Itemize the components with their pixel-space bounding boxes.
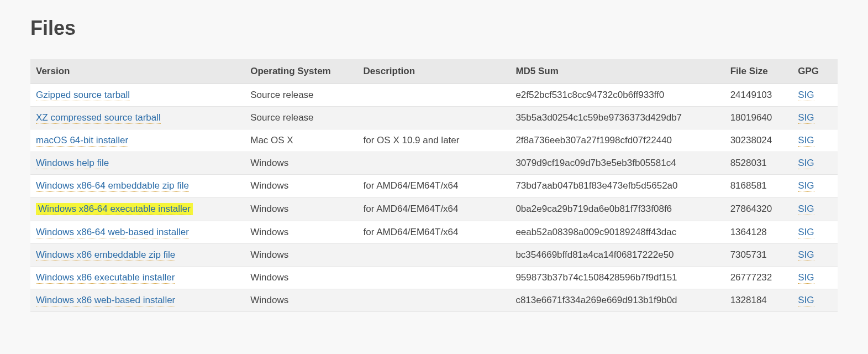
cell-size: 1364128 (725, 221, 793, 244)
cell-gpg: SIG (792, 244, 838, 267)
cell-description: for AMD64/EM64T/x64 (358, 197, 511, 221)
sig-link[interactable]: SIG (798, 112, 814, 124)
version-link[interactable]: Windows x86 embeddable zip file (36, 249, 175, 261)
cell-md5: bc354669bffd81a4ca14f06817222e50 (510, 244, 724, 267)
version-link[interactable]: macOS 64-bit installer (36, 135, 128, 147)
cell-description: for AMD64/EM64T/x64 (358, 221, 511, 244)
cell-gpg: SIG (792, 267, 838, 289)
cell-description (358, 152, 511, 175)
cell-md5: 3079d9cf19ac09d7b3e5eb3fb05581c4 (510, 152, 724, 175)
version-link[interactable]: Gzipped source tarball (36, 90, 130, 101)
cell-gpg: SIG (792, 107, 838, 129)
cell-size: 1328184 (725, 289, 793, 312)
sig-link[interactable]: SIG (798, 227, 814, 238)
cell-md5: eeab52a08398a009c90189248ff43dac (510, 221, 724, 244)
cell-description (358, 289, 511, 312)
files-table: Version Operating System Description MD5… (30, 59, 838, 312)
cell-description (358, 244, 511, 267)
header-size: File Size (725, 59, 793, 84)
cell-version: macOS 64-bit installer (30, 129, 245, 152)
cell-md5: 959873b37b74c1508428596b7f9df151 (510, 267, 724, 289)
table-row: Windows x86-64 executable installerWindo… (30, 197, 838, 221)
cell-version: Windows x86-64 executable installer (30, 197, 245, 221)
header-os: Operating System (245, 59, 357, 84)
cell-os: Windows (245, 197, 357, 221)
header-description: Description (358, 59, 511, 84)
cell-version: Windows x86 embeddable zip file (30, 244, 245, 267)
sig-link[interactable]: SIG (798, 158, 814, 169)
version-link[interactable]: Windows x86 executable installer (36, 272, 175, 284)
cell-os: Mac OS X (245, 129, 357, 152)
cell-gpg: SIG (792, 175, 838, 197)
table-row: Windows help fileWindows3079d9cf19ac09d7… (30, 152, 838, 175)
cell-md5: e2f52bcf531c8cc94732c0b6ff933ff0 (510, 84, 724, 107)
table-row: Windows x86 embeddable zip fileWindowsbc… (30, 244, 838, 267)
cell-version: XZ compressed source tarball (30, 107, 245, 129)
version-link[interactable]: Windows help file (36, 158, 109, 169)
cell-description: for AMD64/EM64T/x64 (358, 175, 511, 197)
sig-link[interactable]: SIG (798, 249, 814, 261)
table-header-row: Version Operating System Description MD5… (30, 59, 838, 84)
table-row: Gzipped source tarballSource releasee2f5… (30, 84, 838, 107)
sig-link[interactable]: SIG (798, 295, 814, 306)
cell-md5: 73bd7aab047b81f83e473efb5d5652a0 (510, 175, 724, 197)
table-row: XZ compressed source tarballSource relea… (30, 107, 838, 129)
cell-os: Source release (245, 107, 357, 129)
cell-gpg: SIG (792, 197, 838, 221)
cell-os: Source release (245, 84, 357, 107)
cell-size: 8528031 (725, 152, 793, 175)
cell-version: Windows help file (30, 152, 245, 175)
cell-gpg: SIG (792, 221, 838, 244)
cell-os: Windows (245, 289, 357, 312)
cell-size: 8168581 (725, 175, 793, 197)
sig-link[interactable]: SIG (798, 90, 814, 101)
header-gpg: GPG (792, 59, 838, 84)
sig-link[interactable]: SIG (798, 272, 814, 284)
version-link[interactable]: Windows x86-64 executable installer (38, 204, 191, 215)
cell-gpg: SIG (792, 84, 838, 107)
cell-version: Gzipped source tarball (30, 84, 245, 107)
cell-size: 18019640 (725, 107, 793, 129)
cell-version: Windows x86 web-based installer (30, 289, 245, 312)
cell-os: Windows (245, 152, 357, 175)
cell-description (358, 107, 511, 129)
header-version: Version (30, 59, 245, 84)
table-row: Windows x86-64 embeddable zip fileWindow… (30, 175, 838, 197)
cell-size: 24149103 (725, 84, 793, 107)
cell-size: 27864320 (725, 197, 793, 221)
cell-os: Windows (245, 244, 357, 267)
cell-size: 26777232 (725, 267, 793, 289)
version-link[interactable]: XZ compressed source tarball (36, 112, 161, 124)
cell-description (358, 84, 511, 107)
version-link[interactable]: Windows x86-64 web-based installer (36, 227, 189, 238)
header-md5: MD5 Sum (510, 59, 724, 84)
page-title: Files (30, 17, 838, 40)
cell-os: Windows (245, 175, 357, 197)
cell-description (358, 267, 511, 289)
table-row: Windows x86-64 web-based installerWindow… (30, 221, 838, 244)
cell-gpg: SIG (792, 289, 838, 312)
version-link[interactable]: Windows x86 web-based installer (36, 295, 175, 306)
cell-size: 7305731 (725, 244, 793, 267)
sig-link[interactable]: SIG (798, 135, 814, 147)
table-row: Windows x86 executable installerWindows9… (30, 267, 838, 289)
cell-version: Windows x86-64 embeddable zip file (30, 175, 245, 197)
cell-gpg: SIG (792, 129, 838, 152)
cell-version: Windows x86-64 web-based installer (30, 221, 245, 244)
version-link[interactable]: Windows x86-64 embeddable zip file (36, 180, 189, 192)
cell-gpg: SIG (792, 152, 838, 175)
cell-md5: 35b5a3d0254c1c59be9736373d429db7 (510, 107, 724, 129)
sig-link[interactable]: SIG (798, 180, 814, 192)
cell-version: Windows x86 executable installer (30, 267, 245, 289)
cell-os: Windows (245, 267, 357, 289)
sig-link[interactable]: SIG (798, 204, 814, 215)
cell-size: 30238024 (725, 129, 793, 152)
cell-md5: c813e6671f334a269e669d913b1f9b0d (510, 289, 724, 312)
table-row: Windows x86 web-based installerWindowsc8… (30, 289, 838, 312)
table-row: macOS 64-bit installerMac OS Xfor OS X 1… (30, 129, 838, 152)
cell-md5: 2f8a736eeb307a27f1998cfd07f22440 (510, 129, 724, 152)
cell-md5: 0ba2e9ca29b719da6e0b81f7f33f08f6 (510, 197, 724, 221)
cell-os: Windows (245, 221, 357, 244)
cell-description: for OS X 10.9 and later (358, 129, 511, 152)
